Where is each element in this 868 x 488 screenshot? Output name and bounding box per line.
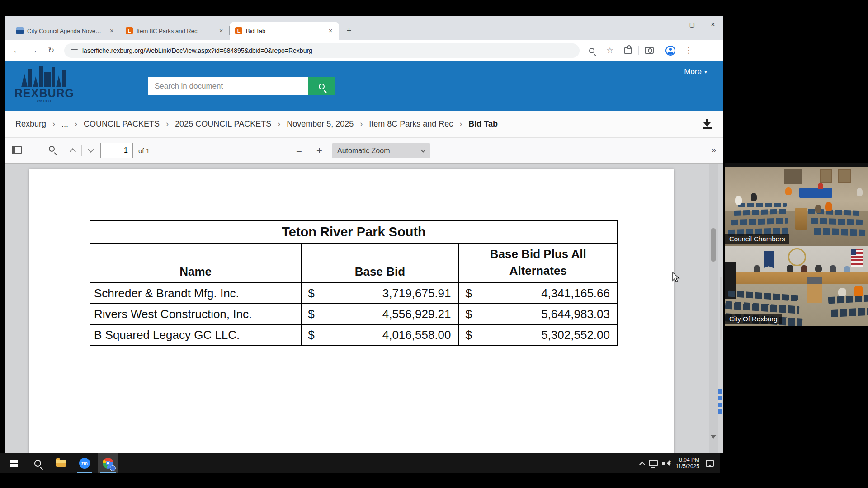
divider — [81, 145, 82, 156]
state-flag — [764, 251, 774, 268]
tab-close-icon[interactable]: ✕ — [326, 27, 335, 35]
url-text[interactable]: laserfiche.rexburg.org/WebLink/DocView.a… — [82, 47, 312, 54]
video-feed-city-of-rexburg[interactable]: City Of Rexburg — [725, 246, 868, 326]
start-button[interactable] — [4, 453, 24, 473]
search-button[interactable] — [308, 77, 335, 95]
tab-search-icon[interactable] — [642, 43, 657, 58]
find-icon[interactable] — [49, 146, 55, 152]
browser-toolbar: ← → ↻ laserfiche.rexburg.org/WebLink/Doc… — [5, 40, 723, 61]
network-icon[interactable] — [649, 460, 658, 466]
browser-tab[interactable]: LBid Tab✕ — [230, 22, 339, 40]
pdf-viewer: Teton River Park South Name Base Bid Bas… — [5, 164, 723, 453]
scrollbar-thumb[interactable] — [711, 228, 716, 262]
side-panel-tab[interactable] — [718, 380, 722, 422]
running-indicator — [77, 472, 92, 473]
table-row: Schreder & Brandt Mfg. Inc.$3,719,675.91… — [90, 283, 618, 304]
council-member — [830, 265, 836, 272]
rexburg-logo[interactable]: REXBURG est 1883 — [14, 64, 73, 108]
tab-close-icon[interactable]: ✕ — [108, 27, 116, 35]
site-info-icon[interactable] — [71, 47, 78, 54]
breadcrumb-item[interactable]: COUNCIL PACKETS — [84, 119, 160, 129]
breadcrumb-item[interactable]: Item 8C Parks and Rec — [369, 119, 453, 129]
person — [815, 205, 821, 213]
browser-menu-icon[interactable]: ⋮ — [681, 43, 696, 58]
bid-amount: $4,556,929.21 — [301, 304, 458, 324]
chevron-down-icon: ▾ — [704, 69, 707, 75]
download-icon[interactable] — [703, 119, 712, 129]
bid-amount: $4,341,165.66 — [459, 283, 618, 304]
chevron-up-icon[interactable] — [70, 148, 76, 155]
address-bar[interactable]: laserfiche.rexburg.org/WebLink/DocView.a… — [64, 43, 580, 58]
extensions-icon[interactable] — [620, 43, 636, 58]
table-title-row: Teton River Park South — [90, 221, 618, 244]
back-icon[interactable]: ← — [9, 43, 24, 58]
zoom-out-icon[interactable]: − — [296, 146, 302, 158]
tab-list: City Council Agenda Novembe✕LItem 8C Par… — [11, 16, 339, 40]
bookmark-star-icon[interactable]: ☆ — [602, 43, 618, 58]
profile-avatar[interactable] — [663, 43, 678, 58]
skyline-icon — [14, 64, 73, 87]
weblink-header: REXBURG est 1883 More ▾ — [5, 61, 723, 111]
breadcrumb-item[interactable]: Bid Tab — [468, 119, 498, 129]
time-label: 8:04 PM — [676, 457, 700, 463]
running-indicator — [100, 472, 116, 473]
laserfiche-favicon-icon: L — [235, 27, 242, 34]
scroll-down-arrow-icon[interactable] — [710, 435, 717, 442]
close-button[interactable]: ✕ — [703, 16, 723, 33]
bidder-name: Rivers West Construction, Inc. — [90, 304, 301, 324]
puzzle-icon — [624, 47, 632, 54]
column-header: Base Bid Plus All Alternates — [459, 244, 618, 283]
toolbar-overflow-icon[interactable]: » — [712, 145, 715, 155]
sidebar-toggle-icon[interactable] — [12, 146, 22, 154]
zoom-in-icon[interactable]: + — [316, 145, 322, 157]
mouse-cursor — [672, 272, 680, 283]
volume-muted-icon[interactable]: × — [662, 460, 671, 466]
minimize-button[interactable]: – — [661, 16, 682, 33]
pdf-toolbar: of 1 − + Automatic Zoom » — [5, 138, 723, 164]
person — [838, 288, 846, 296]
chevron-right-icon: › — [360, 119, 363, 129]
zoom-app-button[interactable]: zm — [74, 453, 95, 473]
maximize-button[interactable]: ▢ — [682, 16, 703, 33]
tab-label: Item 8C Parks and Rec — [137, 28, 213, 34]
video-feed-council-chambers[interactable]: Council Chambers — [725, 163, 868, 246]
document-search — [148, 77, 335, 95]
file-explorer-button[interactable] — [51, 453, 71, 473]
taskbar-search-button[interactable] — [27, 453, 48, 473]
bid-table: Teton River Park South Name Base Bid Bas… — [90, 220, 618, 346]
search-input[interactable] — [148, 77, 308, 95]
chevron-down-icon — [420, 147, 425, 152]
table-row: Rivers West Construction, Inc.$4,556,929… — [90, 304, 618, 324]
zoom-page-icon[interactable] — [584, 43, 599, 58]
chrome-button[interactable] — [98, 453, 118, 473]
page-number-input[interactable] — [100, 143, 133, 158]
tab-strip: City Council Agenda Novembe✕LItem 8C Par… — [5, 16, 723, 40]
action-center-icon[interactable] — [706, 460, 714, 467]
bid-table-body: Schreder & Brandt Mfg. Inc.$3,719,675.91… — [90, 283, 618, 345]
outer-scrollbar-thumb[interactable] — [720, 277, 722, 340]
person — [751, 193, 757, 201]
breadcrumb-item[interactable]: Rexburg — [15, 119, 46, 129]
tab-close-icon[interactable]: ✕ — [217, 27, 225, 35]
zoom-level-select[interactable]: Automatic Zoom — [332, 143, 430, 158]
breadcrumb-item[interactable]: 2025 COUNCIL PACKETS — [175, 119, 271, 129]
browser-tab[interactable]: LItem 8C Parks and Rec✕ — [120, 22, 230, 40]
chevron-right-icon: › — [278, 119, 280, 129]
table-title: Teton River Park South — [90, 221, 618, 244]
new-tab-button[interactable]: + — [343, 24, 355, 37]
forward-icon[interactable]: → — [26, 43, 42, 58]
person — [735, 196, 742, 205]
scrollbar-track[interactable] — [709, 164, 718, 453]
show-hidden-icons-chevron[interactable] — [639, 461, 645, 467]
window-controls: – ▢ ✕ — [661, 16, 723, 33]
breadcrumb-item[interactable]: ... — [61, 119, 68, 129]
clock[interactable]: 8:04 PM 11/5/2025 — [676, 457, 700, 469]
browser-tab[interactable]: City Council Agenda Novembe✕ — [11, 22, 120, 40]
more-menu[interactable]: More ▾ — [684, 67, 707, 76]
meeting-table — [799, 188, 832, 198]
reload-icon[interactable]: ↻ — [43, 43, 59, 58]
person — [857, 188, 863, 196]
breadcrumb-item[interactable]: November 5, 2025 — [287, 119, 354, 129]
folder-icon — [56, 460, 66, 467]
chevron-down-icon[interactable] — [88, 146, 94, 153]
